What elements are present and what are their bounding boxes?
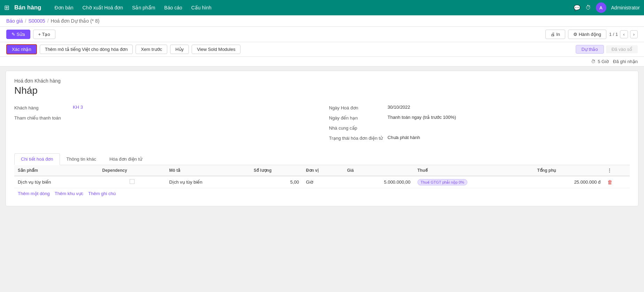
menu-don-ban[interactable]: Đơn bán — [50, 3, 77, 13]
prev-page-button[interactable]: ‹ — [620, 30, 628, 38]
table-row: Dịch vụ tùy biến Dịch vụ tùy biến 5,00 G… — [14, 176, 630, 188]
create-button[interactable]: + Tạo — [33, 30, 55, 39]
cell-description[interactable]: Dịch vụ tùy biến — [166, 176, 250, 188]
tax-badge[interactable]: Thuế GTGT phải nộp 0% — [417, 179, 467, 185]
menu-bao-cao[interactable]: Báo cáo — [160, 3, 186, 13]
menu-san-pham[interactable]: Sản phẩm — [128, 3, 159, 13]
timer-icon: ⏱ — [591, 59, 596, 64]
help-icon[interactable]: ⏱ — [585, 5, 591, 11]
tab-einvoice[interactable]: Hóa đơn điện tử — [103, 153, 149, 165]
cell-price[interactable]: 5.000.000,00 — [344, 176, 414, 188]
cell-dependency[interactable] — [99, 176, 166, 188]
col-quantity: Số lượng — [250, 165, 302, 176]
ref-label: Tham chiếu thanh toán — [14, 115, 70, 121]
breadcrumb-sep1: / — [25, 18, 26, 24]
form-row-due-date: Ngày đến hạn Thanh toán ngay (trả trước … — [329, 115, 630, 121]
breadcrumb-sep2: / — [47, 18, 49, 24]
cell-tax[interactable]: Thuế GTGT phải nộp 0% — [414, 176, 534, 188]
form-row-ref: Tham chiếu thanh toán — [14, 115, 315, 121]
col-subtotal: Tổng phụ — [534, 165, 604, 176]
breadcrumb-parent1[interactable]: Báo giá — [6, 18, 23, 24]
preview-button[interactable]: Xem trước — [136, 45, 167, 54]
cell-unit[interactable]: Giờ — [302, 176, 344, 188]
invoice-date-label: Ngày Hoá đơn — [329, 105, 385, 110]
col-unit: Đơn vị — [302, 165, 344, 176]
menu-cho-xuat[interactable]: Chờ xuất Hoá đơn — [78, 3, 128, 13]
action-bar: Xác nhận Thêm mô tả tiếng Việt cho dòng … — [0, 42, 644, 57]
username[interactable]: Administrator — [611, 5, 640, 10]
document-type-label: Hoá đơn Khách hàng — [14, 78, 630, 84]
col-settings: ⋮ — [604, 165, 630, 176]
form-section: Khách hàng KH 3 Tham chiếu thanh toán Ng… — [14, 105, 630, 145]
add-vn-desc-button[interactable]: Thêm mô tả tiếng Việt cho dòng hóa đơn — [40, 45, 133, 54]
col-price: Giá — [344, 165, 414, 176]
status-tags: Dự thảo Đã vào sổ — [576, 45, 638, 54]
form-row-einvoice-status: Trạng thái hóa đơn điện tử Chưa phát hàn… — [329, 135, 630, 141]
add-section-link[interactable]: Thêm khu vực — [55, 191, 83, 196]
einvoice-status-label: Trạng thái hóa đơn điện tử — [329, 135, 385, 141]
col-dependency: Dependency — [99, 165, 166, 176]
status-posted[interactable]: Đã vào sổ — [606, 45, 638, 53]
einvoice-status-value: Chưa phát hành — [388, 135, 630, 140]
supplier-label: Nhà cung cấp — [329, 125, 385, 131]
cell-delete[interactable]: 🗑 — [604, 176, 630, 188]
timer-time: 5 Giờ — [598, 59, 609, 64]
timer-bar: ⏱ 5 Giờ Đã ghi nhận — [0, 57, 644, 67]
view-sold-button[interactable]: View Sold Modules — [192, 45, 240, 54]
col-settings-icon[interactable]: ⋮ — [607, 168, 612, 173]
toolbar: ✎ Sửa + Tạo 🖨 In ⚙ Hành động 1 / 1 ‹ › — [0, 27, 644, 42]
tab-detail[interactable]: Chi tiết hoá đơn — [14, 153, 60, 165]
add-line-link[interactable]: Thêm một dòng — [18, 191, 50, 196]
topnav-icons: 💬 ⏱ A Administrator — [574, 2, 640, 13]
timer-label: Đã ghi nhận — [613, 59, 638, 64]
col-tax: Thuế — [414, 165, 534, 176]
breadcrumb-current: Hoá đơn Dự thảo (* 8) — [51, 18, 100, 24]
supplier-value[interactable] — [388, 125, 630, 130]
customer-label: Khách hàng — [14, 105, 70, 110]
action-button[interactable]: ⚙ Hành động — [568, 30, 606, 39]
breadcrumb-parent2[interactable]: S00005 — [28, 18, 45, 24]
confirm-button[interactable]: Xác nhận — [6, 44, 37, 54]
ref-value[interactable] — [73, 115, 315, 120]
col-product: Sản phẩm — [14, 165, 99, 176]
print-button[interactable]: 🖨 In — [545, 30, 565, 39]
breadcrumb: Báo giá / S00005 / Hoá đơn Dự thảo (* 8) — [0, 15, 644, 27]
form-right: Ngày Hoá đơn 30/10/2022 Ngày đến hạn Tha… — [329, 105, 630, 145]
cell-product[interactable]: Dịch vụ tùy biến — [14, 176, 99, 188]
tabs: Chi tiết hoá đơn Thông tin khác Hóa đơn … — [14, 153, 630, 165]
cell-subtotal: 25.000.000 đ — [534, 176, 604, 188]
status-draft[interactable]: Dự thảo — [576, 45, 604, 54]
cell-quantity[interactable]: 5,00 — [250, 176, 302, 188]
apps-icon[interactable]: ⊞ — [4, 4, 9, 11]
tab-other[interactable]: Thông tin khác — [60, 153, 103, 165]
cancel-button[interactable]: Hủy — [170, 45, 189, 54]
form-row-supplier: Nhà cung cấp — [329, 125, 630, 131]
app-brand: Bán hàng — [14, 4, 41, 11]
avatar[interactable]: A — [596, 2, 606, 13]
form-row-invoice-date: Ngày Hoá đơn 30/10/2022 — [329, 105, 630, 110]
form-row-customer: Khách hàng KH 3 — [14, 105, 315, 110]
edit-button[interactable]: ✎ Sửa — [6, 30, 30, 39]
main-menu: Đơn bán Chờ xuất Hoá đơn Sản phẩm Báo cá… — [50, 3, 215, 13]
col-description: Mô tả — [166, 165, 250, 176]
invoice-date-value[interactable]: 30/10/2022 — [388, 105, 630, 110]
menu-cau-hinh[interactable]: Cấu hình — [187, 3, 216, 13]
topnav: ⊞ Bán hàng Đơn bán Chờ xuất Hoá đơn Sản … — [0, 0, 644, 15]
page-info: 1 / 1 ‹ › — [609, 30, 638, 38]
due-date-value[interactable]: Thanh toán ngay (trả trước 100%) — [388, 115, 630, 120]
next-page-button[interactable]: › — [630, 30, 638, 38]
chat-icon[interactable]: 💬 — [574, 5, 581, 11]
customer-value[interactable]: KH 3 — [73, 105, 315, 110]
due-date-label: Ngày đến hạn — [329, 115, 385, 121]
main-content: Hoá đơn Khách hàng Nháp Khách hàng KH 3 … — [6, 71, 638, 206]
line-items-table: Sản phẩm Dependency Mô tả Số lượng Đơn v… — [14, 165, 630, 188]
add-note-link[interactable]: Thêm ghi chú — [88, 191, 116, 196]
document-status: Nháp — [14, 85, 630, 96]
delete-icon[interactable]: 🗑 — [607, 179, 613, 185]
add-links: Thêm một dòng Thêm khu vực Thêm ghi chú — [14, 188, 630, 199]
form-left: Khách hàng KH 3 Tham chiếu thanh toán — [14, 105, 315, 145]
dependency-checkbox[interactable] — [130, 179, 135, 184]
page-counter: 1 / 1 — [609, 32, 618, 37]
